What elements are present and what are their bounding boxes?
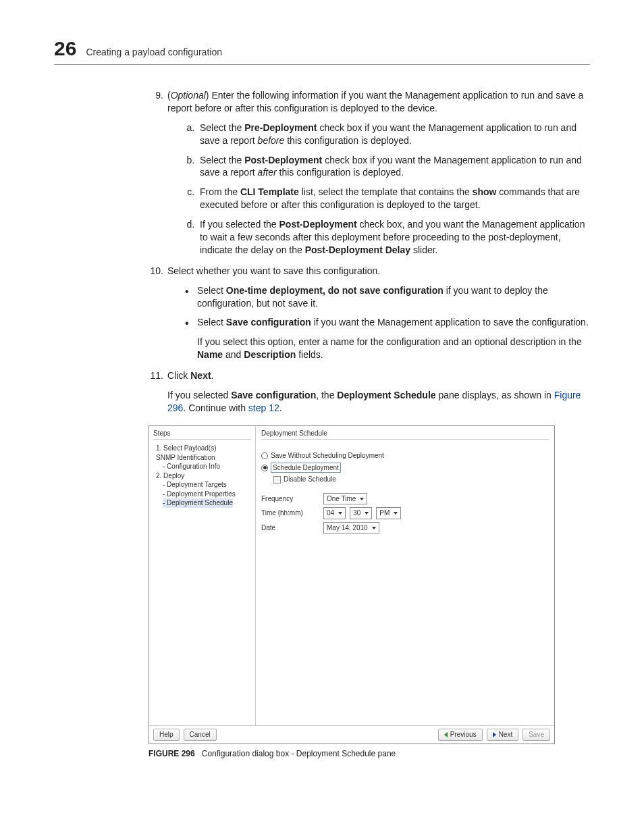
tree-deploy-properties[interactable]: - Deployment Properties (153, 490, 251, 499)
step-9b-ital: after (258, 167, 277, 178)
next-button-label: Next (499, 730, 513, 739)
time-hour-dropdown[interactable]: 04 (323, 507, 346, 519)
s11p2-t1: If you selected (167, 390, 231, 400)
step-9b: Select the Post-Deployment check box if … (197, 154, 590, 180)
step-9c: From the CLI Template list, select the t… (197, 186, 590, 211)
tree-select-payloads[interactable]: 1. Select Payload(s) (153, 444, 251, 453)
arrow-right-icon (493, 732, 496, 737)
time-min-value: 30 (353, 509, 360, 518)
arrow-left-icon (444, 732, 448, 737)
step-9a: Select the Pre-Deployment check box if y… (197, 122, 590, 147)
radio-schedule-deployment[interactable]: Schedule Deployment (261, 463, 549, 473)
frequency-label: Frequency (261, 494, 319, 504)
step-9c-t1: From the (200, 186, 240, 197)
s10b2-xb1: Name (197, 349, 223, 360)
link-step-12[interactable]: step 12 (248, 402, 279, 413)
step-9c-b2: show (473, 186, 497, 197)
save-button[interactable]: Save (522, 729, 550, 741)
wizard-steps-tree: 1. Select Payload(s) SNMP Identification… (153, 444, 251, 508)
time-hour-value: 04 (327, 509, 334, 518)
step-9-optional: Optional (171, 90, 206, 101)
s11p2-t5: . (279, 402, 282, 413)
s10b2-xb2: Description (244, 349, 296, 360)
cancel-button[interactable]: Cancel (184, 729, 217, 741)
step-9: (Optional) Enter the following informati… (149, 89, 590, 257)
tree-deploy[interactable]: 2. Deploy (153, 471, 251, 481)
tree-config-info[interactable]: - Configuration Info (153, 462, 251, 471)
s11p2-t3: pane displays, as shown in (436, 390, 554, 400)
row-date: Date May 14, 2010 (261, 522, 549, 534)
figure-296: Steps 1. Select Payload(s) SNMP Identifi… (149, 425, 590, 759)
step-9b-bold: Post-Deployment (244, 155, 322, 165)
step-10-bullet-1: Select One-time deployment, do not save … (197, 284, 590, 310)
chapter-title: Creating a payload configuration (86, 47, 222, 57)
s11p2-t4: . Continue with (183, 402, 248, 413)
step-9d-t3: slider. (410, 244, 437, 255)
time-ampm-dropdown[interactable]: PM (376, 507, 401, 519)
s10b1-t1: Select (197, 285, 226, 296)
previous-button[interactable]: Previous (438, 729, 483, 741)
panel-title: Deployment Schedule (261, 429, 549, 440)
radio-icon (261, 465, 268, 471)
radio-label-1: Save Without Scheduling Deployment (271, 451, 384, 461)
row-frequency: Frequency One Time (261, 493, 549, 505)
s11p2-b1: Save configuration (231, 390, 316, 400)
s10b2-xt3: fields. (296, 349, 323, 360)
chevron-down-icon (372, 527, 376, 529)
s11-bold: Next (190, 370, 211, 381)
step-9d-t1: If you selected the (200, 219, 279, 230)
step-9d: If you selected the Post-Deployment chec… (197, 218, 590, 257)
s10b2-t2: if you want the Management application t… (311, 317, 589, 328)
next-button[interactable]: Next (487, 729, 519, 741)
step-10: Select whether you want to save this con… (149, 265, 590, 361)
step-11: Click Next. If you selected Save configu… (149, 369, 590, 415)
step-10-bullet-2: Select Save configuration if you want th… (197, 316, 590, 361)
help-button[interactable]: Help (153, 729, 180, 741)
config-dialog: Steps 1. Select Payload(s) SNMP Identifi… (149, 425, 555, 744)
page-header: 26 Creating a payload configuration (54, 37, 590, 65)
checkbox-disable-schedule[interactable]: Disable Schedule (261, 475, 549, 484)
time-ampm-value: PM (379, 509, 390, 518)
s10b2-bold: Save configuration (226, 317, 311, 328)
step-9b-t1: Select the (200, 155, 244, 165)
row-time: Time (hh:mm) 04 30 PM (261, 507, 549, 519)
chevron-down-icon (394, 512, 398, 515)
dialog-footer: Help Cancel Previous Next Save (149, 725, 554, 744)
chevron-down-icon (365, 512, 369, 515)
step-9-text: ) Enter the following information if you… (167, 90, 583, 113)
s10b1-bold: One-time deployment, do not save configu… (226, 285, 444, 296)
tree-deploy-schedule-label: - Deployment Schedule (163, 498, 233, 508)
s10b2-xt2: and (223, 349, 244, 360)
step-9d-b2: Post-Deployment Delay (305, 244, 410, 255)
date-label: Date (261, 523, 319, 533)
frequency-value: One Time (327, 494, 356, 504)
s10b2-t1: Select (197, 317, 226, 328)
step-9a-ital: before (258, 135, 285, 146)
step-9c-t2: list, select the template that contains … (299, 186, 473, 197)
s10b2-xt1: If you select this option, enter a name … (197, 336, 582, 347)
chevron-down-icon (360, 498, 364, 500)
tree-deploy-schedule[interactable]: - Deployment Schedule (153, 498, 251, 508)
checkbox-icon (273, 476, 281, 484)
step-10-lead: Select whether you want to save this con… (167, 265, 380, 276)
wizard-steps-panel: Steps 1. Select Payload(s) SNMP Identifi… (149, 426, 256, 726)
step-9b-t3: this configuration is deployed. (277, 167, 404, 178)
time-min-dropdown[interactable]: 30 (350, 507, 372, 519)
s11-t1: Click (167, 370, 190, 381)
tree-deploy-targets[interactable]: - Deployment Targets (153, 480, 251, 490)
radio-save-without-sched[interactable]: Save Without Scheduling Deployment (261, 451, 549, 461)
date-value: May 14, 2010 (327, 523, 368, 533)
time-label: Time (hh:mm) (261, 509, 319, 518)
checkbox-label: Disable Schedule (284, 475, 336, 484)
date-dropdown[interactable]: May 14, 2010 (323, 522, 379, 534)
chapter-number: 26 (54, 37, 76, 60)
s11p2-b2: Deployment Schedule (337, 390, 435, 400)
step-9a-t3: this configuration is deployed. (284, 135, 411, 146)
s11-t2: . (211, 370, 214, 381)
tree-snmp-ident[interactable]: SNMP Identification (153, 453, 251, 463)
step-9c-b1: CLI Template (240, 186, 299, 197)
figure-caption: FIGURE 296 Configuration dialog box - De… (149, 748, 590, 759)
content-body: (Optional) Enter the following informati… (149, 89, 590, 759)
frequency-dropdown[interactable]: One Time (323, 493, 367, 505)
step-9a-bold: Pre-Deployment (244, 122, 317, 133)
